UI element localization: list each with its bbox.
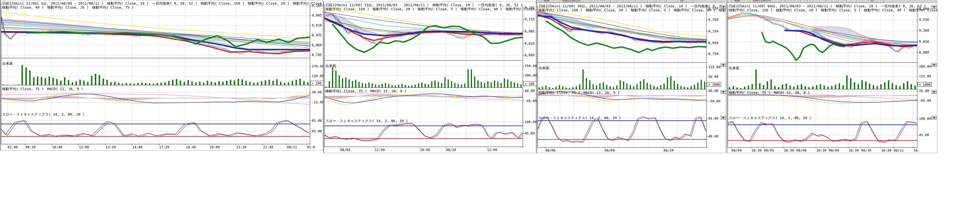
chart-window-30min[interactable]: 日経225mini 11/09( 30分, 2011/08/03 - 2011/… <box>536 3 725 153</box>
volume-bar <box>365 84 366 87</box>
section-dropdown-button[interactable] <box>721 90 726 94</box>
candle-up <box>810 31 811 32</box>
candle-up <box>11 38 12 39</box>
toolbar-combo-fragment[interactable] <box>657 0 667 3</box>
toolbar-button-fragment[interactable] <box>802 0 807 3</box>
toolbar-button-fragment[interactable] <box>833 0 838 3</box>
volume-bar <box>425 84 426 87</box>
toolbar-button-fragment[interactable] <box>636 0 642 3</box>
toolbar-button-fragment[interactable] <box>624 0 629 3</box>
volume-bar <box>238 79 239 85</box>
volume-bar <box>873 85 874 89</box>
candle-down <box>824 37 825 38</box>
toolbar-combo-fragment[interactable]: ・・・ <box>783 0 795 3</box>
toolbar-combo-fragment[interactable] <box>649 0 656 3</box>
volume-bar <box>222 82 224 85</box>
volume-bar <box>332 67 333 87</box>
volume-bar <box>670 76 671 89</box>
section-dropdown-button[interactable] <box>721 5 726 9</box>
volume-axis-label: 125.00 <box>708 65 721 69</box>
macd-axis-label: -45.00 <box>525 99 536 103</box>
volume-bar <box>29 71 30 85</box>
candle-down <box>7 35 8 37</box>
lagging-line <box>762 32 845 60</box>
volume-bar <box>118 83 119 85</box>
volume-bar <box>854 82 855 89</box>
ma-purple-line <box>1 20 310 42</box>
toolbar-button-fragment[interactable] <box>796 0 801 3</box>
candle-up <box>326 16 327 16</box>
chart-window-15min[interactable]: 日経225mini 11/09( 15分, 2011/08/03 - 2011/… <box>323 2 536 153</box>
volume-bar <box>647 83 648 89</box>
candle-up <box>608 31 609 32</box>
chart-plot-5min[interactable]: 日経225mini 11/09( 5分, 2011/08/09 - 2011/0… <box>0 0 324 151</box>
toolbar-combo-fragment[interactable]: ・・・ <box>592 0 605 3</box>
toolbar-button-fragment[interactable] <box>815 0 820 3</box>
candle-down <box>609 31 610 32</box>
section-dropdown-button[interactable] <box>932 90 937 94</box>
candle-down <box>194 42 195 42</box>
candle-up <box>601 34 602 34</box>
toolbar-combo-fragment[interactable] <box>848 0 857 3</box>
toolbar-button-fragment[interactable] <box>821 0 826 3</box>
chart-plot-30min[interactable]: 日経225mini 11/09( 30分, 2011/08/03 - 2011/… <box>537 3 726 154</box>
candle-down <box>373 43 374 43</box>
price-axis-label: 9,550 <box>919 18 929 22</box>
section-dropdown-button[interactable] <box>932 5 937 9</box>
chart-plot-15min[interactable]: 日経225mini 11/09( 15分, 2011/08/03 - 2011/… <box>324 2 536 154</box>
candle-down <box>686 42 687 43</box>
toolbar-button-fragment[interactable] <box>808 0 814 3</box>
chart-window-60min[interactable]: 日経225mini 11/09( 60分, 2011/08/03 - 2011/… <box>727 3 937 153</box>
toolbar-button-fragment[interactable] <box>618 0 623 3</box>
toolbar-combo-fragment[interactable] <box>839 0 847 3</box>
toolbar-combo-fragment[interactable]: 先物 <box>542 0 560 3</box>
volume-bar <box>438 82 439 87</box>
toolbar-combo-fragment[interactable]: 先物 <box>733 0 751 3</box>
volume-bar <box>110 82 111 85</box>
toolbar-button-fragment[interactable]: 15 <box>869 0 884 3</box>
toolbar-button-fragment[interactable] <box>643 0 648 3</box>
candle-down <box>216 47 217 47</box>
volume-bar <box>103 79 104 85</box>
volume-bar <box>751 84 753 89</box>
volume-bar <box>839 83 840 89</box>
section-dropdown-button[interactable] <box>721 63 726 67</box>
volume-bar <box>130 83 131 85</box>
price-axis-label: 8,985 <box>525 29 535 33</box>
candle-up <box>165 37 165 37</box>
candle-down <box>213 46 214 47</box>
macd-section-label: 移動平均( Close, 75 ) MACD( 12, 26, 9 ) <box>729 91 810 95</box>
toolbar-button-fragment[interactable] <box>728 0 732 3</box>
toolbar-button-fragment[interactable] <box>630 0 636 3</box>
section-dropdown-button[interactable] <box>932 116 937 119</box>
toolbar-button-fragment[interactable] <box>827 0 832 3</box>
toolbar-combo-fragment[interactable] <box>858 0 869 3</box>
volume-bar <box>569 88 570 89</box>
time-axis-label: 01:0 <box>307 145 315 149</box>
toolbar-button-fragment[interactable] <box>537 0 542 3</box>
volume-multiplier-label: × 100 <box>525 82 534 86</box>
toolbar-button-fragment[interactable] <box>605 0 611 3</box>
volume-multiplier-label: × 1000 <box>708 83 720 87</box>
toolbar-combo-fragment[interactable] <box>667 0 678 3</box>
chart-window-5min[interactable]: 日経225mini 11/09( 5分, 2011/08/09 - 2011/0… <box>0 0 323 151</box>
volume-bar <box>888 80 889 89</box>
chart-plot-60min[interactable]: 日経225mini 11/09( 60分, 2011/08/03 - 2011/… <box>727 3 938 154</box>
volume-bar <box>230 80 231 85</box>
stoch-axis-label: 100.00 <box>525 120 536 124</box>
toolbar-button-fragment[interactable]: 15 <box>679 0 694 3</box>
volume-bar <box>395 85 396 87</box>
toolbar-combo-fragment[interactable]: 日経225mini <box>751 0 782 3</box>
volume-bar <box>280 82 282 85</box>
candle-up <box>463 38 463 38</box>
time-axis-label: 08/11 <box>287 145 297 149</box>
toolbar-button-fragment[interactable] <box>612 0 617 3</box>
volume-bar <box>448 79 449 87</box>
section-dropdown-button[interactable] <box>932 63 937 67</box>
toolbar-combo-fragment[interactable]: 日経225mini <box>561 0 591 3</box>
section-dropdown-button[interactable] <box>721 116 726 119</box>
time-axis-label: 16:30 <box>784 148 794 152</box>
candle-down <box>758 16 759 16</box>
volume-bar <box>382 84 383 87</box>
candle-down <box>345 29 346 30</box>
